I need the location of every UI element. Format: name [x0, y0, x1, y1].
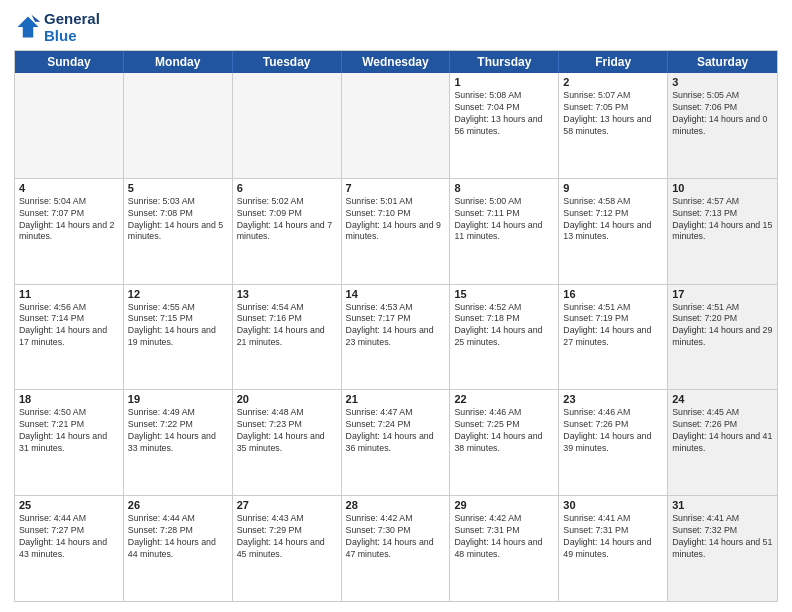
cell-info: Sunrise: 4:58 AM Sunset: 7:12 PM Dayligh… [563, 196, 663, 244]
day-number: 12 [128, 288, 228, 300]
day-number: 31 [672, 499, 773, 511]
cell-info: Sunrise: 4:42 AM Sunset: 7:31 PM Dayligh… [454, 513, 554, 561]
day-number: 3 [672, 76, 773, 88]
day-number: 17 [672, 288, 773, 300]
logo-area: General Blue [14, 10, 100, 44]
cell-info: Sunrise: 5:05 AM Sunset: 7:06 PM Dayligh… [672, 90, 773, 138]
logo-icon [14, 13, 42, 41]
cell-info: Sunrise: 4:57 AM Sunset: 7:13 PM Dayligh… [672, 196, 773, 244]
calendar-cell-day-23: 23Sunrise: 4:46 AM Sunset: 7:26 PM Dayli… [559, 390, 668, 495]
cell-info: Sunrise: 5:07 AM Sunset: 7:05 PM Dayligh… [563, 90, 663, 138]
day-number: 28 [346, 499, 446, 511]
calendar-cell-day-15: 15Sunrise: 4:52 AM Sunset: 7:18 PM Dayli… [450, 285, 559, 390]
weekday-header-wednesday: Wednesday [342, 51, 451, 73]
calendar-cell-day-10: 10Sunrise: 4:57 AM Sunset: 7:13 PM Dayli… [668, 179, 777, 284]
day-number: 20 [237, 393, 337, 405]
day-number: 14 [346, 288, 446, 300]
day-number: 29 [454, 499, 554, 511]
day-number: 30 [563, 499, 663, 511]
logo-text: General Blue [44, 10, 100, 44]
calendar-cell-day-14: 14Sunrise: 4:53 AM Sunset: 7:17 PM Dayli… [342, 285, 451, 390]
day-number: 24 [672, 393, 773, 405]
calendar-row-4: 25Sunrise: 4:44 AM Sunset: 7:27 PM Dayli… [15, 495, 777, 601]
day-number: 5 [128, 182, 228, 194]
cell-info: Sunrise: 4:41 AM Sunset: 7:31 PM Dayligh… [563, 513, 663, 561]
calendar-cell-day-24: 24Sunrise: 4:45 AM Sunset: 7:26 PM Dayli… [668, 390, 777, 495]
calendar-cell-empty-0-0 [15, 73, 124, 178]
calendar-cell-day-8: 8Sunrise: 5:00 AM Sunset: 7:11 PM Daylig… [450, 179, 559, 284]
day-number: 13 [237, 288, 337, 300]
calendar-cell-day-21: 21Sunrise: 4:47 AM Sunset: 7:24 PM Dayli… [342, 390, 451, 495]
cell-info: Sunrise: 4:53 AM Sunset: 7:17 PM Dayligh… [346, 302, 446, 350]
day-number: 19 [128, 393, 228, 405]
day-number: 15 [454, 288, 554, 300]
calendar-cell-day-27: 27Sunrise: 4:43 AM Sunset: 7:29 PM Dayli… [233, 496, 342, 601]
page: General Blue SundayMondayTuesdayWednesda… [0, 0, 792, 612]
cell-info: Sunrise: 4:48 AM Sunset: 7:23 PM Dayligh… [237, 407, 337, 455]
calendar-row-3: 18Sunrise: 4:50 AM Sunset: 7:21 PM Dayli… [15, 389, 777, 495]
cell-info: Sunrise: 4:47 AM Sunset: 7:24 PM Dayligh… [346, 407, 446, 455]
calendar-cell-day-28: 28Sunrise: 4:42 AM Sunset: 7:30 PM Dayli… [342, 496, 451, 601]
cell-info: Sunrise: 5:01 AM Sunset: 7:10 PM Dayligh… [346, 196, 446, 244]
cell-info: Sunrise: 4:49 AM Sunset: 7:22 PM Dayligh… [128, 407, 228, 455]
calendar-cell-empty-0-3 [342, 73, 451, 178]
calendar-cell-day-22: 22Sunrise: 4:46 AM Sunset: 7:25 PM Dayli… [450, 390, 559, 495]
calendar-cell-day-19: 19Sunrise: 4:49 AM Sunset: 7:22 PM Dayli… [124, 390, 233, 495]
calendar-cell-day-30: 30Sunrise: 4:41 AM Sunset: 7:31 PM Dayli… [559, 496, 668, 601]
day-number: 21 [346, 393, 446, 405]
calendar-cell-day-20: 20Sunrise: 4:48 AM Sunset: 7:23 PM Dayli… [233, 390, 342, 495]
header: General Blue [14, 10, 778, 44]
day-number: 18 [19, 393, 119, 405]
weekday-header-thursday: Thursday [450, 51, 559, 73]
cell-info: Sunrise: 4:55 AM Sunset: 7:15 PM Dayligh… [128, 302, 228, 350]
calendar-cell-day-29: 29Sunrise: 4:42 AM Sunset: 7:31 PM Dayli… [450, 496, 559, 601]
svg-marker-1 [32, 15, 41, 22]
day-number: 26 [128, 499, 228, 511]
cell-info: Sunrise: 5:04 AM Sunset: 7:07 PM Dayligh… [19, 196, 119, 244]
cell-info: Sunrise: 4:56 AM Sunset: 7:14 PM Dayligh… [19, 302, 119, 350]
day-number: 8 [454, 182, 554, 194]
calendar-cell-day-16: 16Sunrise: 4:51 AM Sunset: 7:19 PM Dayli… [559, 285, 668, 390]
calendar-cell-empty-0-2 [233, 73, 342, 178]
cell-info: Sunrise: 4:44 AM Sunset: 7:27 PM Dayligh… [19, 513, 119, 561]
calendar: SundayMondayTuesdayWednesdayThursdayFrid… [14, 50, 778, 602]
cell-info: Sunrise: 4:50 AM Sunset: 7:21 PM Dayligh… [19, 407, 119, 455]
calendar-cell-day-6: 6Sunrise: 5:02 AM Sunset: 7:09 PM Daylig… [233, 179, 342, 284]
weekday-header-monday: Monday [124, 51, 233, 73]
calendar-cell-day-25: 25Sunrise: 4:44 AM Sunset: 7:27 PM Dayli… [15, 496, 124, 601]
calendar-cell-day-7: 7Sunrise: 5:01 AM Sunset: 7:10 PM Daylig… [342, 179, 451, 284]
cell-info: Sunrise: 4:42 AM Sunset: 7:30 PM Dayligh… [346, 513, 446, 561]
day-number: 11 [19, 288, 119, 300]
cell-info: Sunrise: 4:52 AM Sunset: 7:18 PM Dayligh… [454, 302, 554, 350]
cell-info: Sunrise: 4:51 AM Sunset: 7:19 PM Dayligh… [563, 302, 663, 350]
calendar-cell-day-9: 9Sunrise: 4:58 AM Sunset: 7:12 PM Daylig… [559, 179, 668, 284]
cell-info: Sunrise: 4:46 AM Sunset: 7:26 PM Dayligh… [563, 407, 663, 455]
day-number: 25 [19, 499, 119, 511]
weekday-header-friday: Friday [559, 51, 668, 73]
calendar-body: 1Sunrise: 5:08 AM Sunset: 7:04 PM Daylig… [15, 73, 777, 601]
day-number: 16 [563, 288, 663, 300]
calendar-row-2: 11Sunrise: 4:56 AM Sunset: 7:14 PM Dayli… [15, 284, 777, 390]
day-number: 22 [454, 393, 554, 405]
day-number: 10 [672, 182, 773, 194]
cell-info: Sunrise: 4:54 AM Sunset: 7:16 PM Dayligh… [237, 302, 337, 350]
calendar-header: SundayMondayTuesdayWednesdayThursdayFrid… [15, 51, 777, 73]
day-number: 27 [237, 499, 337, 511]
calendar-cell-day-17: 17Sunrise: 4:51 AM Sunset: 7:20 PM Dayli… [668, 285, 777, 390]
cell-info: Sunrise: 5:08 AM Sunset: 7:04 PM Dayligh… [454, 90, 554, 138]
calendar-cell-day-5: 5Sunrise: 5:03 AM Sunset: 7:08 PM Daylig… [124, 179, 233, 284]
day-number: 9 [563, 182, 663, 194]
cell-info: Sunrise: 4:51 AM Sunset: 7:20 PM Dayligh… [672, 302, 773, 350]
calendar-row-1: 4Sunrise: 5:04 AM Sunset: 7:07 PM Daylig… [15, 178, 777, 284]
day-number: 23 [563, 393, 663, 405]
cell-info: Sunrise: 4:46 AM Sunset: 7:25 PM Dayligh… [454, 407, 554, 455]
calendar-cell-day-11: 11Sunrise: 4:56 AM Sunset: 7:14 PM Dayli… [15, 285, 124, 390]
calendar-row-0: 1Sunrise: 5:08 AM Sunset: 7:04 PM Daylig… [15, 73, 777, 178]
cell-info: Sunrise: 4:43 AM Sunset: 7:29 PM Dayligh… [237, 513, 337, 561]
cell-info: Sunrise: 4:41 AM Sunset: 7:32 PM Dayligh… [672, 513, 773, 561]
weekday-header-sunday: Sunday [15, 51, 124, 73]
cell-info: Sunrise: 5:02 AM Sunset: 7:09 PM Dayligh… [237, 196, 337, 244]
day-number: 4 [19, 182, 119, 194]
calendar-cell-day-2: 2Sunrise: 5:07 AM Sunset: 7:05 PM Daylig… [559, 73, 668, 178]
cell-info: Sunrise: 5:00 AM Sunset: 7:11 PM Dayligh… [454, 196, 554, 244]
